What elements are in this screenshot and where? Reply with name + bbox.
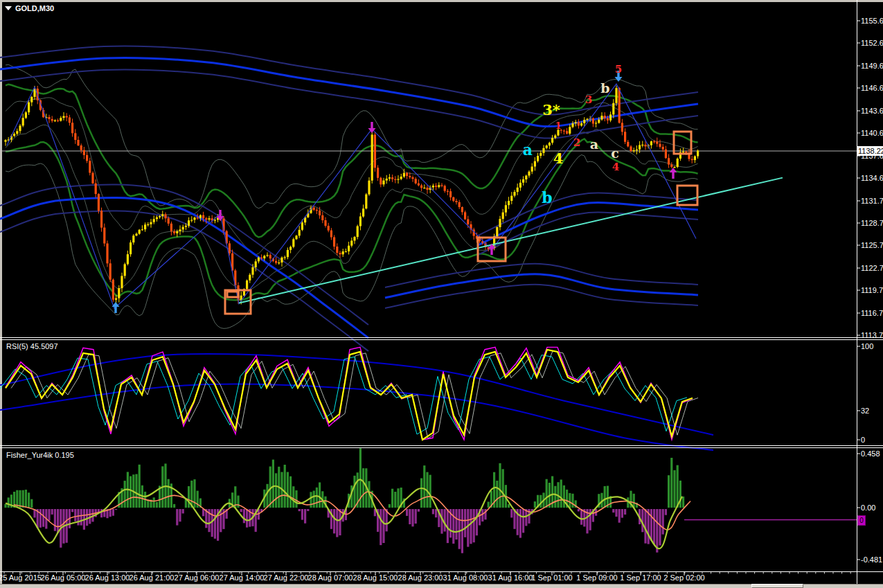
main-chart-panel[interactable] bbox=[2, 2, 857, 337]
price-tick-label: 1113.70 bbox=[861, 331, 883, 339]
time-tick-label: 27 Aug 06:00 bbox=[175, 573, 220, 582]
panel-splitter-rsi[interactable] bbox=[0, 337, 883, 341]
time-tick-label: 31 Aug 08:00 bbox=[443, 573, 488, 582]
symbol-marker-icon bbox=[5, 6, 12, 10]
time-tick-label: 26 Aug 13:00 bbox=[85, 573, 130, 582]
wave-label: a bbox=[523, 141, 533, 159]
wave-label: 3 bbox=[585, 93, 592, 106]
rsi-panel[interactable] bbox=[2, 341, 857, 445]
time-tick-label: 28 Aug 15:00 bbox=[353, 573, 398, 582]
price-tick-label: 1119.70 bbox=[861, 286, 883, 294]
price-tick-label: 1134.65 bbox=[861, 174, 883, 182]
fisher-tick-label: 0.00 bbox=[861, 504, 875, 512]
time-tick-label: 25 Aug 2015 bbox=[0, 573, 42, 582]
wave-label: a bbox=[590, 136, 598, 152]
time-tick-label: 26 Aug 05:00 bbox=[41, 573, 86, 582]
rsi-tick-label: 100 bbox=[861, 342, 873, 350]
time-tick-label: 1 Sep 09:00 bbox=[576, 573, 617, 582]
time-tick-label: 2 Sep 02:00 bbox=[663, 573, 704, 582]
price-tick-label: 1143.65 bbox=[861, 107, 883, 115]
time-tick-label: 28 Aug 23:00 bbox=[398, 573, 443, 582]
price-tick-label: 1149.65 bbox=[861, 62, 883, 70]
symbol-text: GOLD,M30 bbox=[15, 4, 54, 12]
time-tick-label: 31 Aug 16:00 bbox=[488, 573, 533, 582]
wave-label: 5 bbox=[615, 63, 622, 75]
price-tick-label: 1125.70 bbox=[861, 241, 883, 249]
fisher-tick-label: 0.458 bbox=[861, 449, 880, 458]
fisher-tick-label: -0.481 bbox=[861, 555, 882, 564]
panel-splitter-fisher[interactable] bbox=[0, 445, 883, 449]
time-tick-label: 1 Sep 17:00 bbox=[620, 573, 661, 582]
wave-label: b bbox=[542, 188, 552, 206]
mt4-chart-window: { "window": { "symbol_label": "GOLD,M30"… bbox=[0, 0, 883, 588]
price-tick-label: 1140.65 bbox=[861, 129, 883, 137]
rsi-tick-label: 32 bbox=[861, 407, 869, 415]
fisher-panel[interactable] bbox=[2, 449, 857, 571]
price-tick-label: 1152.65 bbox=[861, 39, 883, 47]
wave-label: b bbox=[600, 80, 609, 96]
time-tick-label: 28 Aug 07:00 bbox=[308, 573, 353, 582]
price-tick-label: 1131.70 bbox=[861, 197, 883, 205]
wave-label: 4 bbox=[553, 150, 564, 167]
fisher-value-badge: 0 bbox=[857, 515, 866, 526]
horizontal-scrollbar[interactable] bbox=[0, 584, 883, 588]
time-tick-label: 27 Aug 22:00 bbox=[264, 573, 309, 582]
current-price-badge: 1138.22 bbox=[857, 146, 883, 156]
price-tick-label: 1155.65 bbox=[861, 17, 883, 25]
wave-label: 1 bbox=[555, 121, 561, 131]
price-tick-label: 1122.70 bbox=[861, 264, 883, 272]
chart-symbol-label[interactable]: GOLD,M30 bbox=[5, 4, 54, 12]
time-tick-label: 27 Aug 14:00 bbox=[220, 573, 265, 582]
time-tick-label: 26 Aug 21:00 bbox=[130, 573, 175, 582]
wave-label: 4 bbox=[612, 161, 619, 173]
wave-label: 2 bbox=[573, 136, 580, 149]
wave-label: 3* bbox=[542, 101, 560, 118]
rsi-tick-label: 0 bbox=[861, 436, 865, 444]
rsi-indicator-label: RSI(5) 45.5097 bbox=[6, 342, 58, 350]
price-tick-label: 1128.70 bbox=[861, 219, 883, 227]
time-tick-label: 1 Sep 01:00 bbox=[531, 573, 572, 582]
price-tick-label: 1116.70 bbox=[861, 309, 883, 317]
scrollbar-thumb[interactable] bbox=[751, 584, 803, 588]
wave-label: c bbox=[611, 145, 619, 161]
fisher-indicator-label: Fisher_Yur4ik 0.195 bbox=[6, 451, 74, 459]
price-tick-label: 1146.65 bbox=[861, 84, 883, 92]
